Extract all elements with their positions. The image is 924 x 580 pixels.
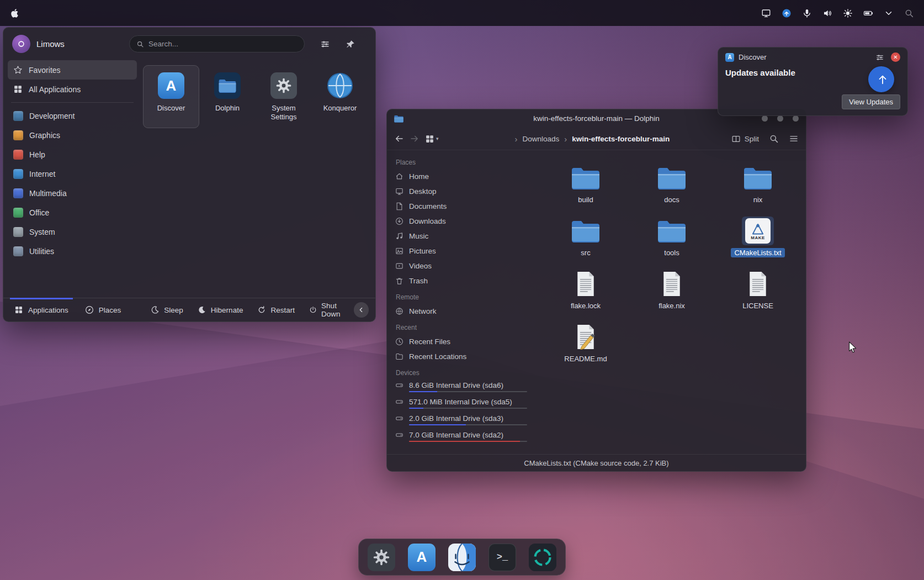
configure-launcher-button[interactable] xyxy=(320,39,330,49)
forward-button[interactable] xyxy=(410,134,419,144)
arrow-up-icon xyxy=(875,73,888,86)
places-item-music[interactable]: Music xyxy=(395,229,527,244)
file-label: README.md xyxy=(561,354,610,363)
discover-app-icon: A xyxy=(158,72,184,99)
app-label: Dolphin xyxy=(215,104,240,113)
places-item-recent-files[interactable]: Recent Files xyxy=(395,334,527,349)
dock-system-settings[interactable] xyxy=(368,544,395,571)
screen-mirror-tray-icon[interactable] xyxy=(761,8,771,18)
app-label: Discover xyxy=(157,104,185,113)
volume-tray-icon[interactable] xyxy=(822,8,832,18)
file-license[interactable]: LICENSE xyxy=(715,270,801,323)
tab-places[interactable]: Places xyxy=(81,298,126,321)
updates-tray-icon[interactable] xyxy=(782,8,792,18)
text-file-icon xyxy=(656,270,688,298)
sidebar-item-office[interactable]: Office xyxy=(8,203,137,222)
places-item-recent-locations[interactable]: Recent Locations xyxy=(395,349,527,364)
dock-file-manager[interactable] xyxy=(448,544,476,571)
toolbar-search-button[interactable] xyxy=(769,134,779,144)
sleep-icon xyxy=(151,305,160,314)
launcher-search[interactable] xyxy=(129,35,305,52)
sidebar-item-all-applications[interactable]: All Applications xyxy=(8,80,137,99)
status-text: CMakeLists.txt (CMake source code, 2.7 K… xyxy=(524,459,668,467)
breadcrumb-downloads[interactable]: Downloads xyxy=(523,135,560,143)
sidebar-item-system[interactable]: System xyxy=(8,222,137,241)
microphone-tray-icon[interactable] xyxy=(802,8,812,18)
app-konqueror[interactable]: Konqueror xyxy=(312,66,368,128)
apple-menu-icon[interactable] xyxy=(10,8,20,18)
text-file-icon xyxy=(742,270,774,298)
breadcrumb: › Downloads › kwin-effects-forceblur-mai… xyxy=(515,134,670,144)
dock-activities[interactable] xyxy=(529,544,556,571)
places-item-trash[interactable]: Trash xyxy=(395,273,527,288)
file-tools[interactable]: tools xyxy=(629,217,715,270)
shutdown-button[interactable]: Shut Down xyxy=(309,302,354,318)
places-item-documents[interactable]: Documents xyxy=(395,199,527,214)
app-discover[interactable]: A Discover xyxy=(144,66,199,128)
sleep-button[interactable]: Sleep xyxy=(151,305,183,314)
dock-discover[interactable]: A xyxy=(408,544,436,571)
collapse-leave-options-button[interactable] xyxy=(354,302,369,318)
hibernate-icon xyxy=(198,305,206,314)
view-updates-button[interactable]: View Updates xyxy=(842,94,900,109)
places-item-videos[interactable]: Videos xyxy=(395,259,527,273)
sidebar-item-graphics[interactable]: Graphics xyxy=(8,125,137,145)
hibernate-button[interactable]: Hibernate xyxy=(198,305,243,314)
file-flake-lock[interactable]: flake.lock xyxy=(543,270,629,323)
maximize-button[interactable] xyxy=(777,115,783,122)
sidebar-item-development[interactable]: Development xyxy=(8,106,137,125)
text-file-icon xyxy=(570,270,602,298)
tab-applications[interactable]: Applications xyxy=(10,298,73,321)
file-src[interactable]: src xyxy=(543,217,629,270)
places-item-home[interactable]: Home xyxy=(395,169,527,184)
network-icon xyxy=(395,307,403,315)
system-category-icon xyxy=(13,227,23,237)
tray-expand-icon[interactable] xyxy=(884,8,894,18)
back-button[interactable] xyxy=(394,134,404,144)
notification-settings-button[interactable] xyxy=(875,53,884,62)
compass-icon xyxy=(85,305,94,314)
notification-close-button[interactable]: ✕ xyxy=(891,52,900,62)
file-readme[interactable]: README.md xyxy=(543,323,629,376)
breadcrumb-current[interactable]: kwin-effects-forceblur-main xyxy=(572,135,670,143)
folder-icon xyxy=(656,164,688,192)
file-flake-nix[interactable]: flake.nix xyxy=(629,270,715,323)
search-tray-icon[interactable] xyxy=(904,8,914,18)
places-item-desktop[interactable]: Desktop xyxy=(395,184,527,199)
app-system-settings[interactable]: System Settings xyxy=(256,66,311,128)
user-avatar[interactable] xyxy=(12,35,30,53)
monitor-icon xyxy=(395,187,403,196)
dock-terminal[interactable]: >_ xyxy=(488,544,516,571)
sidebar-item-help[interactable]: Help xyxy=(8,145,137,164)
pin-launcher-button[interactable] xyxy=(346,39,355,49)
files-view[interactable]: build docs nix src tools xyxy=(529,150,806,454)
help-category-icon xyxy=(13,150,23,160)
sidebar-item-multimedia[interactable]: Multimedia xyxy=(8,183,137,203)
hamburger-menu-button[interactable] xyxy=(789,134,799,144)
battery-tray-icon[interactable] xyxy=(863,8,873,18)
file-build[interactable]: build xyxy=(543,164,629,217)
updates-badge xyxy=(868,66,894,92)
brightness-tray-icon[interactable] xyxy=(843,8,853,18)
menubar xyxy=(0,0,924,26)
minimize-button[interactable] xyxy=(762,115,768,122)
restart-button[interactable]: Restart xyxy=(257,305,295,314)
app-dolphin[interactable]: Dolphin xyxy=(200,66,255,128)
device-sda5[interactable]: 571.0 MiB Internal Drive (sda5) xyxy=(395,396,527,409)
places-item-pictures[interactable]: Pictures xyxy=(395,244,527,259)
split-view-button[interactable]: Split xyxy=(731,134,759,144)
device-sda6[interactable]: 8.6 GiB Internal Drive (sda6) xyxy=(395,379,527,392)
sidebar-item-utilities[interactable]: Utilities xyxy=(8,241,137,261)
search-input[interactable] xyxy=(148,40,298,48)
view-mode-button[interactable]: ▾ xyxy=(425,134,439,144)
close-button[interactable] xyxy=(793,115,799,122)
places-item-downloads[interactable]: Downloads xyxy=(395,214,527,229)
file-docs[interactable]: docs xyxy=(629,164,715,217)
device-sda2[interactable]: 7.0 GiB Internal Drive (sda2) xyxy=(395,429,527,442)
file-nix[interactable]: nix xyxy=(715,164,801,217)
file-cmakelists[interactable]: MAKE CMakeLists.txt xyxy=(715,217,801,270)
sidebar-item-internet[interactable]: Internet xyxy=(8,164,137,183)
device-sda3[interactable]: 2.0 GiB Internal Drive (sda3) xyxy=(395,413,527,425)
sidebar-item-favorites[interactable]: Favorites xyxy=(8,60,137,80)
places-item-network[interactable]: Network xyxy=(395,304,527,319)
